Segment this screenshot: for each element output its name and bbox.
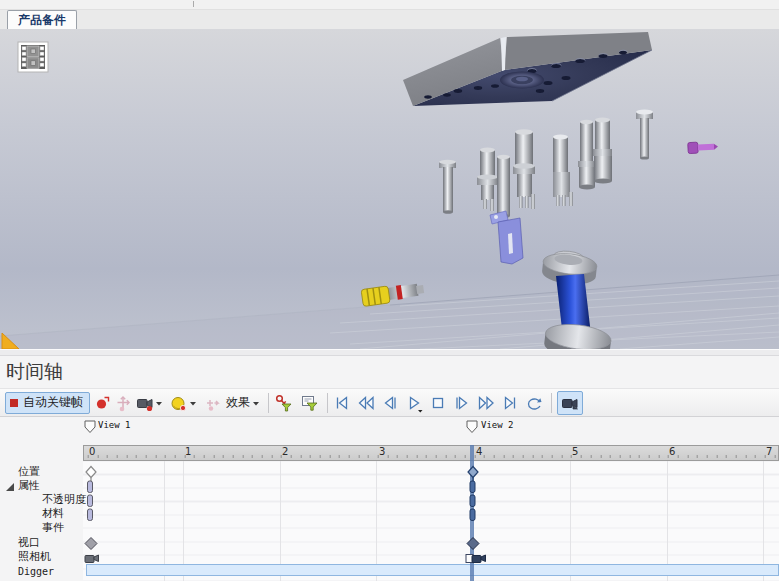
timeline-tracks: 0 1 2 3 4 5 6 7 View 1 View 2 位置 属性 不透明度… — [0, 417, 779, 581]
keyframes-playhead[interactable] — [466, 467, 486, 563]
view2-flag[interactable] — [467, 421, 477, 433]
toolbar-separator — [327, 393, 328, 413]
camera-keyframe-icon[interactable] — [135, 392, 155, 414]
play-icon[interactable] — [404, 392, 424, 414]
render-sphere-caret[interactable] — [189, 392, 197, 414]
tab-bar: 产品备件 — [0, 9, 779, 29]
keyframes-frame0[interactable] — [85, 467, 99, 563]
ruler-label: 2 — [282, 446, 288, 457]
timeline-title: 时间轴 — [6, 359, 63, 385]
filter-view-icon[interactable] — [300, 392, 320, 414]
ruler-label: 1 — [185, 446, 191, 457]
filter-key-icon[interactable] — [274, 392, 294, 414]
ruler-label: 3 — [379, 446, 385, 457]
effects-label[interactable]: 效果 — [226, 394, 250, 411]
effects-caret[interactable] — [252, 392, 260, 414]
go-start-icon[interactable] — [332, 392, 352, 414]
ruler-label: 4 — [476, 446, 482, 457]
toolbar-separator — [551, 393, 552, 413]
go-end-icon[interactable] — [500, 392, 520, 414]
effects-disabled-icon — [202, 392, 222, 414]
prev-frame-icon[interactable] — [356, 392, 376, 414]
panel-separator[interactable] — [0, 349, 779, 356]
camera-keyframe-caret[interactable] — [155, 392, 163, 414]
toolbar-separator — [268, 393, 269, 413]
stop-icon[interactable] — [428, 392, 448, 414]
move-axes-icon[interactable] — [113, 392, 133, 414]
record-keyframe-icon[interactable] — [93, 392, 113, 414]
viewport-3d-scene — [0, 29, 779, 349]
ruler-label: 0 — [89, 446, 95, 457]
view1-flag[interactable] — [85, 421, 95, 433]
top-strip-tick — [193, 1, 194, 7]
viewport-3d[interactable] — [0, 29, 779, 349]
keyframes — [0, 417, 779, 581]
film-icon[interactable] — [18, 42, 48, 72]
camera-keyframe-0 — [85, 555, 99, 563]
step-back-icon[interactable] — [380, 392, 400, 414]
loop-icon[interactable] — [524, 392, 544, 414]
top-strip — [0, 0, 779, 9]
video-capture-button[interactable] — [557, 391, 583, 415]
next-frame-icon[interactable] — [476, 392, 496, 414]
timeline-title-row: 时间轴 — [0, 356, 779, 388]
step-forward-icon[interactable] — [452, 392, 472, 414]
ruler-label: 5 — [572, 446, 578, 457]
camera-keyframe-playhead — [466, 555, 486, 563]
timeline-toolbar: 自动关键帧 效果 — [0, 388, 779, 417]
render-sphere-icon[interactable] — [169, 392, 189, 414]
auto-keyframe-icon — [10, 399, 18, 407]
ruler-label: 6 — [669, 446, 675, 457]
ruler-label: 7 — [766, 446, 772, 457]
tab-product-parts[interactable]: 产品备件 — [7, 10, 77, 30]
auto-keyframe-button[interactable]: 自动关键帧 — [5, 392, 90, 414]
